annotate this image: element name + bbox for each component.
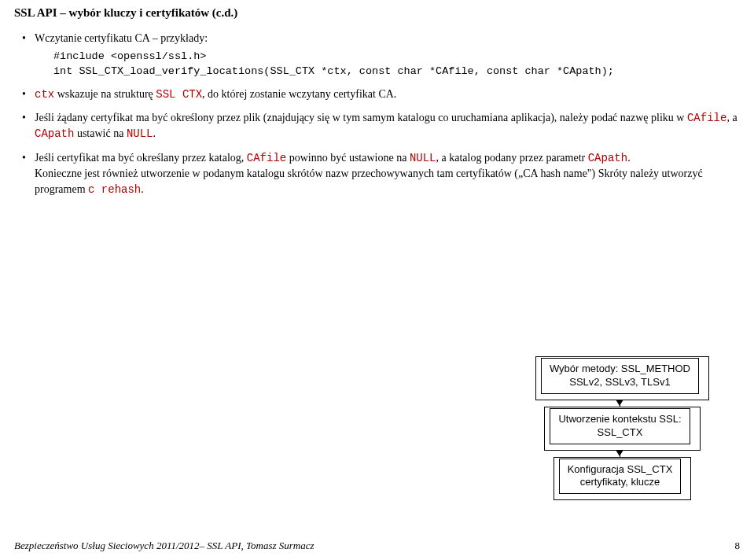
list-item: Jeśli żądany certyfikat ma być określony… xyxy=(22,110,740,142)
list-item: Wczytanie certyfikatu CA – przykłady: #i… xyxy=(22,31,740,79)
bullet-text: , do której zostanie wczytany certyfikat… xyxy=(202,88,396,100)
flow-diagram: Wybór metody: SSL_METHOD SSLv2, SSLv3, T… xyxy=(533,354,707,498)
bullet-text: . xyxy=(141,183,144,195)
list-item: ctx wskazuje na strukturę SSL CTX, do kt… xyxy=(22,87,740,102)
bullet-text: Wczytanie certyfikatu CA – przykłady: xyxy=(35,32,208,44)
footer-text: Bezpieczeństwo Usług Sieciowych 2011/201… xyxy=(14,540,314,552)
diagram-box-line: Wybór metody: SSL_METHOD xyxy=(550,363,690,374)
bullet-text: wskazuje na strukturę xyxy=(54,88,156,100)
bullet-text: , a katalog podany przez parametr xyxy=(436,152,588,164)
diagram-box-line: Utworzenie kontekstu SSL: xyxy=(558,413,681,425)
page-number: 8 xyxy=(735,540,741,552)
code-inline: CApath xyxy=(35,127,74,140)
diagram-box-line: Konfiguracja SSL_CTX xyxy=(568,463,673,475)
bullet-text: powinno być ustawione na xyxy=(286,152,410,164)
bullet-text: . xyxy=(153,127,156,139)
code-inline: NULL xyxy=(127,127,153,140)
diagram-box-config: Konfiguracja SSL_CTX certyfikaty, klucze xyxy=(551,455,690,499)
code-inline: CApath xyxy=(588,152,627,164)
page-footer: Bezpieczeństwo Usług Sieciowych 2011/201… xyxy=(14,540,740,552)
bullet-list: Wczytanie certyfikatu CA – przykłady: #i… xyxy=(22,31,740,198)
bullet-text: ustawić na xyxy=(74,127,126,139)
bullet-text: Jeśli certyfikat ma być określany przez … xyxy=(35,152,247,164)
code-inline: SSL CTX xyxy=(156,88,202,101)
code-inline: ctx xyxy=(35,88,54,101)
diagram-box-context: Utworzenie kontekstu SSL: SSL_CTX xyxy=(542,404,697,448)
code-inline: NULL xyxy=(410,152,436,164)
code-inline: CAfile xyxy=(687,112,726,124)
code-block: #include <openssl/ssl.h> int SSL_CTX_loa… xyxy=(53,50,740,78)
slide-title: SSL API – wybór kluczy i certyfikatów (c… xyxy=(14,6,740,20)
list-item: Jeśli certyfikat ma być określany przez … xyxy=(22,150,740,198)
diagram-box-line: certyfikaty, klucze xyxy=(580,476,660,488)
code-inline: CAfile xyxy=(247,152,286,164)
bullet-text: . xyxy=(627,152,631,164)
code-inline: c rehash xyxy=(88,183,141,196)
bullet-text: Jeśli żądany certyfikat ma być określony… xyxy=(35,112,687,123)
bullet-text: , a xyxy=(726,112,737,123)
diagram-box-line: SSL_CTX xyxy=(598,426,643,438)
diagram-box-method: Wybór metody: SSL_METHOD SSLv2, SSLv3, T… xyxy=(533,354,707,398)
diagram-box-line: SSLv2, SSLv3, TLSv1 xyxy=(569,376,670,388)
